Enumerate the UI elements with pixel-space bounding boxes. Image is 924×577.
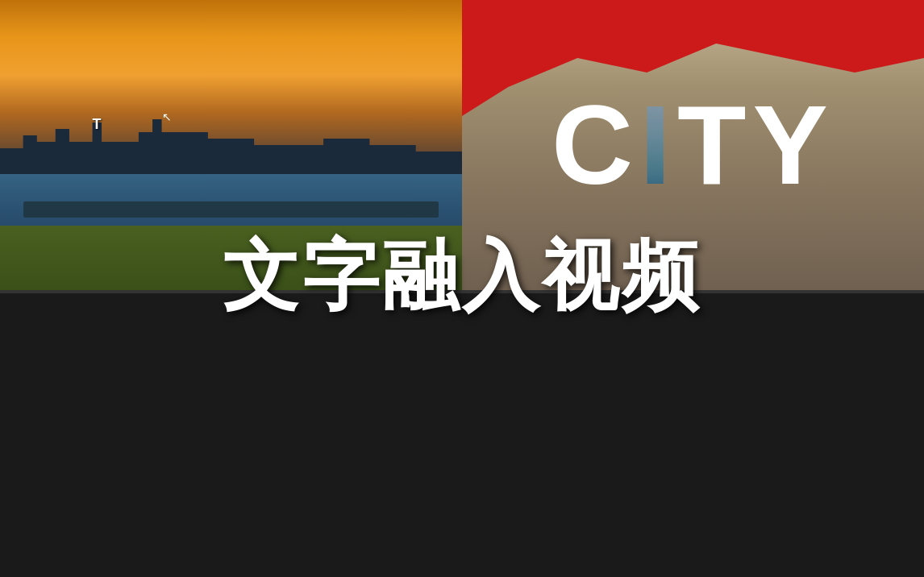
letter-i: I [639,89,677,201]
dock [23,201,439,218]
text-cursor-t: T [93,116,102,133]
main-title: 文字融入视频 [0,234,924,318]
cursor-arrow: ↖ [162,110,172,123]
city-text-display: CITY [551,89,835,201]
